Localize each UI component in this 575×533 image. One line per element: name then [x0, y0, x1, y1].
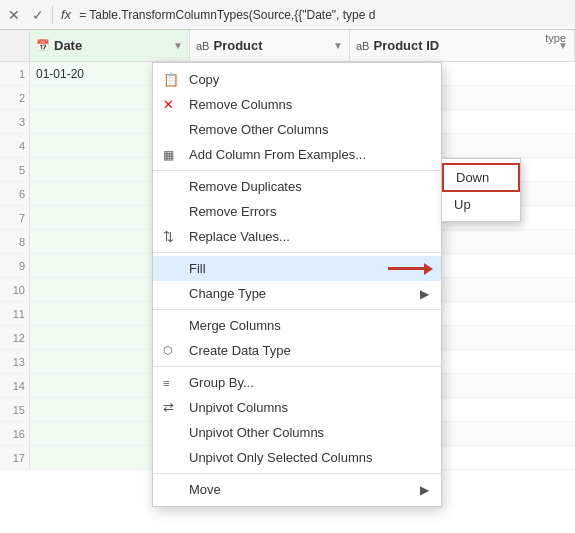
- add-column-icon: ▦: [163, 148, 174, 162]
- menu-item-change-type-label: Change Type: [189, 286, 266, 301]
- row-number: 6: [0, 182, 30, 205]
- row-number: 14: [0, 374, 30, 397]
- menu-item-remove-columns-label: Remove Columns: [189, 97, 292, 112]
- menu-item-unpivot-columns-label: Unpivot Columns: [189, 400, 288, 415]
- date-type-icon: 📅: [36, 39, 50, 52]
- menu-item-merge-columns[interactable]: Merge Columns: [153, 313, 441, 338]
- remove-columns-icon: ✕: [163, 97, 174, 112]
- submenu-item-down[interactable]: Down: [442, 163, 520, 192]
- row-number: 2: [0, 86, 30, 109]
- row-number: 17: [0, 446, 30, 469]
- submenu-down-label: Down: [456, 170, 489, 185]
- menu-separator: [153, 170, 441, 171]
- menu-separator-3: [153, 309, 441, 310]
- product-column-label: Product: [213, 38, 262, 53]
- menu-item-add-column-examples[interactable]: ▦ Add Column From Examples...: [153, 142, 441, 167]
- menu-item-unpivot-only-selected[interactable]: Unpivot Only Selected Columns: [153, 445, 441, 470]
- menu-item-unpivot-other-columns[interactable]: Unpivot Other Columns: [153, 420, 441, 445]
- date-column-header[interactable]: 📅 Date ▼: [30, 30, 190, 61]
- productid-type-icon: aB: [356, 40, 369, 52]
- move-arrow-icon: ▶: [420, 483, 429, 497]
- menu-item-copy-label: Copy: [189, 72, 219, 87]
- menu-separator-4: [153, 366, 441, 367]
- row-number: 8: [0, 230, 30, 253]
- menu-item-create-data-type[interactable]: ⬡ Create Data Type: [153, 338, 441, 363]
- menu-item-fill-label: Fill: [189, 261, 206, 276]
- menu-item-remove-other-columns[interactable]: Remove Other Columns: [153, 117, 441, 142]
- group-by-icon: ≡: [163, 377, 169, 389]
- row-number: 11: [0, 302, 30, 325]
- product-dropdown-icon[interactable]: ▼: [333, 40, 343, 51]
- replace-values-icon: ⇅: [163, 229, 174, 244]
- row-number: 1: [0, 62, 30, 85]
- create-data-type-icon: ⬡: [163, 344, 173, 357]
- menu-item-move-label: Move: [189, 482, 221, 497]
- submenu-item-up[interactable]: Up: [442, 192, 520, 217]
- cancel-icon[interactable]: ✕: [4, 5, 24, 25]
- menu-item-unpivot-columns[interactable]: ⇄ Unpivot Columns: [153, 395, 441, 420]
- arrow-head-icon: [424, 263, 433, 275]
- copy-icon: 📋: [163, 72, 179, 87]
- menu-item-merge-columns-label: Merge Columns: [189, 318, 281, 333]
- menu-item-copy[interactable]: 📋 Copy: [153, 67, 441, 92]
- row-number: 7: [0, 206, 30, 229]
- menu-item-remove-duplicates-label: Remove Duplicates: [189, 179, 302, 194]
- menu-separator-2: [153, 252, 441, 253]
- submenu-up-label: Up: [454, 197, 471, 212]
- row-number: 10: [0, 278, 30, 301]
- row-number: 16: [0, 422, 30, 445]
- menu-item-fill[interactable]: Fill: [153, 256, 441, 281]
- menu-item-remove-other-columns-label: Remove Other Columns: [189, 122, 328, 137]
- menu-item-replace-values-label: Replace Values...: [189, 229, 290, 244]
- date-dropdown-icon[interactable]: ▼: [173, 40, 183, 51]
- productid-column-label: Product ID: [373, 38, 439, 53]
- formula-bar: ✕ ✓ fx = Table.TransformColumnTypes(Sour…: [0, 0, 575, 30]
- row-number: 13: [0, 350, 30, 373]
- type-badge: type: [545, 32, 566, 44]
- row-number: 12: [0, 326, 30, 349]
- menu-item-replace-values[interactable]: ⇅ Replace Values...: [153, 224, 441, 249]
- fill-arrow-indicator: [388, 263, 433, 275]
- row-number: 3: [0, 110, 30, 133]
- unpivot-columns-icon: ⇄: [163, 400, 174, 415]
- menu-item-remove-errors[interactable]: Remove Errors: [153, 199, 441, 224]
- column-header-row: 📅 Date ▼ aB Product ▼ aB Product ID ▼ ty…: [0, 30, 575, 62]
- menu-item-move[interactable]: Move ▶: [153, 477, 441, 502]
- change-type-arrow-icon: ▶: [420, 287, 429, 301]
- product-column-header[interactable]: aB Product ▼: [190, 30, 350, 61]
- date-column-label: Date: [54, 38, 82, 53]
- row-number: 4: [0, 134, 30, 157]
- menu-item-unpivot-selected-label: Unpivot Only Selected Columns: [189, 450, 373, 465]
- menu-item-add-column-label: Add Column From Examples...: [189, 147, 366, 162]
- menu-item-change-type[interactable]: Change Type ▶: [153, 281, 441, 306]
- row-number: 9: [0, 254, 30, 277]
- product-type-icon: aB: [196, 40, 209, 52]
- row-num-header: [0, 30, 30, 61]
- menu-item-remove-columns[interactable]: ✕ Remove Columns: [153, 92, 441, 117]
- confirm-icon[interactable]: ✓: [28, 5, 48, 25]
- fill-submenu: Down Up: [441, 158, 521, 222]
- menu-separator-5: [153, 473, 441, 474]
- menu-item-group-by[interactable]: ≡ Group By...: [153, 370, 441, 395]
- formula-content[interactable]: = Table.TransformColumnTypes(Source,{{"D…: [79, 8, 571, 22]
- row-number: 15: [0, 398, 30, 421]
- menu-item-create-data-type-label: Create Data Type: [189, 343, 291, 358]
- menu-item-unpivot-other-label: Unpivot Other Columns: [189, 425, 324, 440]
- row-number: 5: [0, 158, 30, 181]
- fx-label: fx: [57, 7, 75, 22]
- menu-item-remove-duplicates[interactable]: Remove Duplicates: [153, 174, 441, 199]
- arrow-line: [388, 267, 424, 270]
- productid-column-header[interactable]: aB Product ID ▼ type: [350, 30, 575, 61]
- divider: [52, 6, 53, 24]
- context-menu: 📋 Copy ✕ Remove Columns Remove Other Col…: [152, 62, 442, 507]
- menu-item-remove-errors-label: Remove Errors: [189, 204, 276, 219]
- menu-item-group-by-label: Group By...: [189, 375, 254, 390]
